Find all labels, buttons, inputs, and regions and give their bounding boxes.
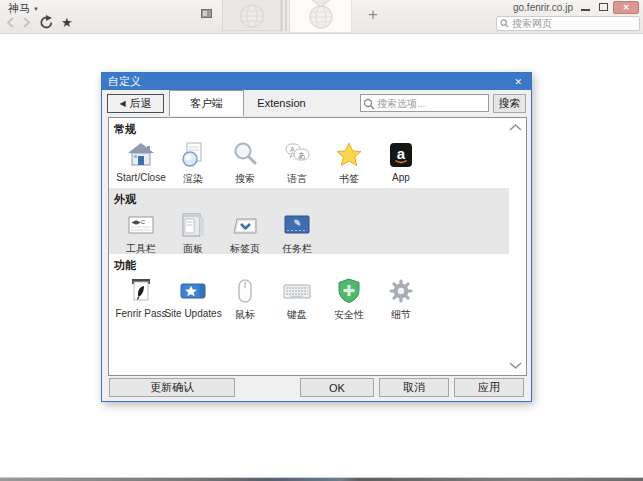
dialog-title: 自定义 [108, 74, 511, 89]
favorites-star-icon[interactable]: ★ [61, 16, 73, 30]
app-store-icon: a [385, 139, 417, 171]
item-panel[interactable]: 面板 [167, 209, 219, 256]
site-updates-icon [177, 275, 209, 307]
section-general: 常规 Start/Close 渲染 搜索 Aあ [109, 118, 526, 188]
item-label: Start/Close [116, 172, 165, 183]
scroll-down-icon[interactable] [509, 362, 522, 369]
new-tab-button[interactable]: + [364, 5, 382, 25]
settings-list: 常规 Start/Close 渲染 搜索 Aあ [108, 117, 527, 376]
item-site-updates[interactable]: Site Updates [167, 275, 219, 322]
screen: 神马 ▼ ★ + go.fenrir.co.jp ✕ 自定义 [0, 0, 643, 481]
tab-client[interactable]: 客户端 [169, 90, 244, 116]
chevron-down-icon: ▼ [33, 6, 39, 12]
item-label: 渲染 [183, 172, 203, 186]
item-keyboard[interactable]: 键盘 [271, 275, 323, 322]
shield-icon [333, 275, 365, 307]
section-appearance: 外观 ◀▶C 工具栏 面板 标签页 [109, 188, 509, 254]
item-label: 安全性 [334, 308, 364, 322]
browser-chrome: 神马 ▼ ★ + go.fenrir.co.jp ✕ [0, 0, 643, 34]
item-search[interactable]: 搜索 [219, 139, 271, 186]
ok-button[interactable]: OK [300, 378, 374, 397]
taskbar-icon [281, 209, 313, 241]
url-text: go.fenrir.co.jp [513, 2, 573, 13]
globe-icon [239, 2, 265, 28]
item-mouse[interactable]: 鼠标 [219, 275, 271, 322]
render-page-icon [177, 139, 209, 171]
item-label: 细节 [391, 308, 411, 322]
gear-icon [385, 275, 417, 307]
magnifier-icon [229, 139, 261, 171]
tab-extension[interactable]: Extension [244, 90, 319, 116]
item-label: 键盘 [287, 308, 307, 322]
item-label: 语言 [287, 172, 307, 186]
nav-buttons: ★ [5, 15, 73, 30]
maximize-icon[interactable] [599, 3, 608, 11]
item-app[interactable]: a App [375, 139, 427, 186]
back-button-label: 后退 [130, 96, 152, 111]
svg-text:◀▶C: ◀▶C [132, 219, 146, 225]
back-icon[interactable] [5, 16, 15, 29]
browser-tab-active[interactable] [289, 0, 352, 33]
toolbar-icon: ◀▶C [125, 209, 157, 241]
minimize-icon[interactable] [581, 9, 590, 11]
svg-text:あ: あ [298, 151, 306, 160]
search-icon [363, 98, 375, 110]
item-rendering[interactable]: 渲染 [167, 139, 219, 186]
section-title: 功能 [109, 254, 526, 273]
dialog-close-icon[interactable]: ✕ [511, 77, 525, 87]
back-button[interactable]: ◀ 后退 [107, 94, 164, 113]
item-label: 书签 [339, 172, 359, 186]
item-bookmarks[interactable]: 书签 [323, 139, 375, 186]
search-button[interactable]: 搜索 [493, 94, 526, 113]
tab-separator [281, 0, 289, 31]
tab-notch [310, 0, 332, 8]
item-start-close[interactable]: Start/Close [115, 139, 167, 186]
options-search-input[interactable] [377, 98, 486, 109]
search-icon [500, 19, 509, 28]
section-title: 外观 [109, 188, 509, 207]
tab-page-icon [229, 209, 261, 241]
panel-toggle-icon[interactable] [201, 9, 212, 18]
window-close-button[interactable]: ✕ [613, 1, 639, 14]
cancel-button[interactable]: 取消 [379, 378, 449, 397]
svg-text:a: a [397, 145, 406, 162]
forward-icon[interactable] [22, 16, 32, 29]
app-menu-button[interactable]: 神马 ▼ [8, 1, 39, 16]
apply-button[interactable]: 应用 [454, 378, 524, 397]
item-fenrir-pass[interactable]: Fenrir Pass [115, 275, 167, 322]
dialog-titlebar[interactable]: 自定义 ✕ [102, 73, 531, 90]
fenrir-pass-icon [125, 275, 157, 307]
web-search-input[interactable] [512, 18, 636, 29]
section-title: 常规 [109, 118, 526, 137]
item-label: 鼠标 [235, 308, 255, 322]
item-toolbar[interactable]: ◀▶C 工具栏 [115, 209, 167, 256]
web-search-box[interactable] [496, 16, 640, 31]
item-taskbar[interactable]: 任务栏 [271, 209, 323, 256]
keyboard-icon [281, 275, 313, 307]
item-label: App [392, 172, 410, 183]
house-icon [125, 139, 157, 171]
back-arrow-icon: ◀ [119, 99, 125, 108]
item-details[interactable]: 细节 [375, 275, 427, 322]
scroll-up-icon[interactable] [509, 124, 522, 131]
item-label: Fenrir Pass [115, 308, 166, 319]
dialog-header: ◀ 后退 客户端 Extension 搜索 [102, 90, 531, 116]
item-language[interactable]: Aあ 语言 [271, 139, 323, 186]
dialog-footer: 更新确认 OK 取消 应用 [102, 374, 531, 401]
mouse-icon [229, 275, 261, 307]
section-function: 功能 Fenrir Pass Site Updates 鼠标 [109, 254, 526, 340]
item-security[interactable]: 安全性 [323, 275, 375, 322]
item-label: Site Updates [164, 308, 221, 319]
refresh-icon[interactable] [39, 15, 54, 30]
dialog-search-group: 搜索 [360, 94, 526, 113]
customize-dialog: 自定义 ✕ ◀ 后退 客户端 Extension 搜索 常规 [101, 72, 532, 402]
update-confirm-button[interactable]: 更新确认 [109, 378, 235, 397]
bookmark-star-icon [333, 139, 365, 171]
item-label: 搜索 [235, 172, 255, 186]
item-tab-page[interactable]: 标签页 [219, 209, 271, 256]
panel-icon [177, 209, 209, 241]
options-search-box[interactable] [360, 94, 489, 112]
language-bubbles-icon: Aあ [281, 139, 313, 171]
browser-tab-inactive[interactable] [222, 0, 281, 31]
app-menu-label: 神马 [8, 1, 30, 16]
